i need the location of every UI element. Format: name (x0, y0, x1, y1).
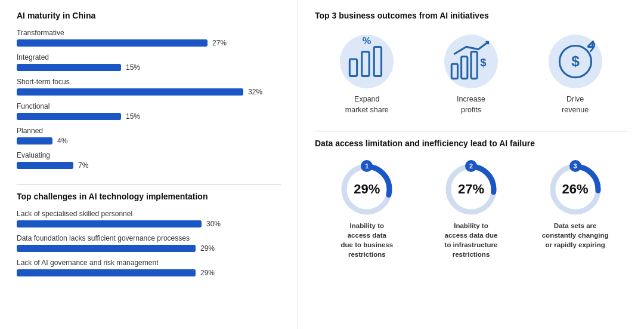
outcomes-title: Top 3 business outcomes from AI initiati… (315, 11, 627, 20)
donut-badge-2: 2 (465, 160, 477, 172)
bar-bg (17, 137, 52, 144)
bar-fill (17, 113, 121, 120)
bar-pct: 27% (212, 39, 230, 47)
svg-rect-6 (471, 52, 477, 79)
bar-bg (17, 88, 243, 96)
challenge-bar-label: Data foundation lacks sufficient governa… (17, 234, 281, 242)
bar-fill (17, 137, 52, 144)
outcome-profits: $ Increaseprofits (432, 35, 510, 115)
donut-pct-1: 29% (354, 183, 380, 196)
outcomes-row: % Expandmarket share $ Increaseprofits $… (315, 35, 627, 115)
bar-bg (17, 113, 121, 120)
bar-row: Short-term focus 32% (17, 78, 281, 96)
bar-wrap: 15% (17, 63, 281, 72)
bar-label: Short-term focus (17, 78, 281, 86)
outcome-circle-market: % (340, 35, 394, 88)
bar-bg (17, 39, 208, 47)
bar-fill (17, 64, 121, 71)
svg-rect-2 (374, 47, 382, 76)
bar-label: Evaluating (17, 151, 281, 159)
outcome-label-market: Expandmarket share (345, 94, 389, 115)
donut-pct-2: 27% (458, 183, 484, 196)
challenge-bar-bg (17, 245, 196, 252)
outcome-label-profits: Increaseprofits (457, 94, 485, 115)
bar-fill (17, 162, 73, 169)
bar-row: Evaluating 7% (17, 151, 281, 170)
donut-wrap-1: 29% 1 (340, 162, 394, 216)
bar-wrap: 32% (17, 88, 281, 96)
outcome-circle-revenue: $ (549, 35, 602, 88)
challenge-bar-row: Lack of AI governance and risk managemen… (17, 259, 281, 277)
challenge-bars: Lack of specialised skilled personnel 30… (17, 210, 281, 283)
outcome-label-revenue: Driverevenue (562, 94, 589, 115)
svg-rect-5 (462, 57, 467, 79)
failure-title: Data access limitation and inefficiency … (315, 139, 627, 148)
challenge-bar-wrap: 29% (17, 269, 281, 277)
bar-pct: 4% (57, 137, 75, 145)
bar-row: Functional 15% (17, 102, 281, 121)
svg-rect-0 (350, 59, 357, 76)
svg-rect-1 (362, 52, 369, 76)
bar-label: Transformative (17, 29, 281, 37)
bar-wrap: 15% (17, 112, 281, 121)
outcome-market: % Expandmarket share (328, 35, 405, 115)
bar-pct: 15% (126, 63, 144, 72)
donut-pct-3: 26% (562, 183, 589, 196)
bar-wrap: 27% (17, 39, 281, 47)
svg-rect-4 (451, 64, 457, 79)
bar-row: Transformative 27% (17, 29, 281, 47)
right-panel: Top 3 business outcomes from AI initiati… (298, 0, 644, 329)
bar-row: Planned 4% (17, 127, 281, 145)
challenge-bar-wrap: 30% (17, 220, 281, 228)
donut-desc-3: Data sets areconstantly changingor rapid… (542, 221, 609, 250)
svg-text:%: % (363, 35, 371, 46)
donut-badge-1: 1 (361, 160, 373, 172)
donut-desc-1: Inability toaccess datadue to businessre… (341, 221, 394, 259)
divider-1 (17, 184, 281, 185)
maturity-bars: Transformative 27% Integrated 15% Short-… (17, 29, 281, 176)
donut-badge-3: 3 (569, 160, 581, 172)
maturity-title: AI maturity in China (17, 11, 281, 20)
challenge-bar-bg (17, 220, 202, 227)
donut-item-1: 29% 1 Inability toaccess datadue to busi… (325, 162, 408, 259)
challenge-bar-label: Lack of AI governance and risk managemen… (17, 259, 281, 267)
left-panel: AI maturity in China Transformative 27% … (0, 0, 298, 329)
challenge-bar-bg (17, 269, 196, 276)
bar-label: Planned (17, 127, 281, 135)
challenge-bar-row: Data foundation lacks sufficient governa… (17, 234, 281, 253)
outcome-revenue: $ Driverevenue (537, 35, 614, 115)
bar-wrap: 4% (17, 137, 281, 145)
challenge-bar-fill (17, 245, 196, 252)
main-container: AI maturity in China Transformative 27% … (0, 0, 644, 329)
challenge-bar-label: Lack of specialised skilled personnel (17, 210, 281, 218)
svg-text:$: $ (571, 53, 580, 69)
bar-row: Integrated 15% (17, 53, 281, 72)
bar-wrap: 7% (17, 161, 281, 170)
donut-wrap-3: 26% 3 (549, 162, 602, 216)
bar-bg (17, 162, 73, 169)
challenge-bar-fill (17, 269, 196, 276)
challenge-bar-row: Lack of specialised skilled personnel 30… (17, 210, 281, 228)
bar-fill (17, 88, 243, 96)
challenge-bar-pct: 29% (200, 244, 218, 253)
outcome-circle-profits: $ (444, 35, 498, 88)
bar-bg (17, 64, 121, 71)
bar-pct: 15% (126, 112, 144, 121)
donut-item-2: 27% 2 Inability toaccess data dueto infr… (429, 162, 513, 259)
bar-pct: 32% (248, 88, 266, 96)
challenge-bar-pct: 29% (200, 269, 218, 277)
divider-2 (315, 131, 627, 131)
bar-pct: 7% (78, 161, 96, 170)
bar-label: Functional (17, 102, 281, 110)
svg-text:$: $ (480, 56, 486, 69)
challenge-bar-pct: 30% (206, 220, 224, 228)
challenge-bar-wrap: 29% (17, 244, 281, 253)
donut-desc-2: Inability toaccess data dueto infrastruc… (445, 221, 498, 259)
bar-label: Integrated (17, 53, 281, 62)
challenge-bar-fill (17, 220, 202, 227)
challenges-title: Top challenges in AI technology implemen… (17, 192, 281, 201)
donut-wrap-2: 27% 2 (444, 162, 498, 216)
donut-item-3: 26% 3 Data sets areconstantly changingor… (534, 162, 617, 250)
donuts-row: 29% 1 Inability toaccess datadue to busi… (315, 162, 627, 259)
bar-fill (17, 39, 208, 47)
